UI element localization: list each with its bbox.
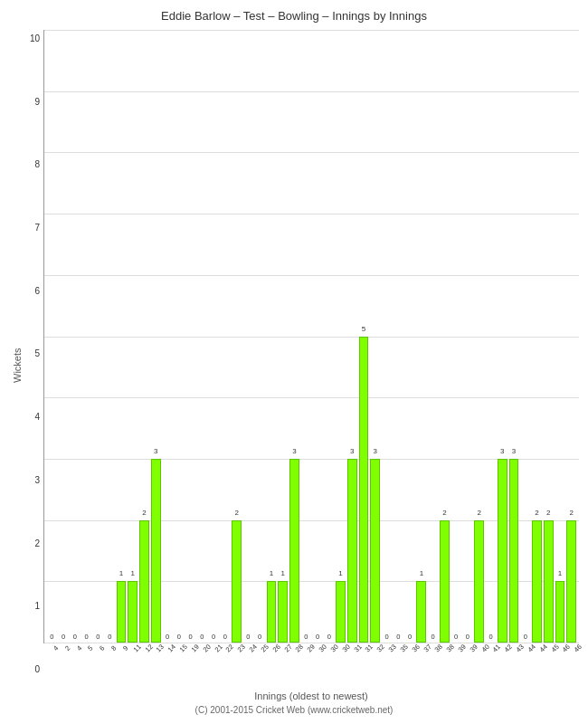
bar-group: 0 <box>450 30 462 643</box>
bar-zero-label: 0 <box>81 633 92 641</box>
bar: 2 <box>544 520 554 643</box>
bar-group: 0 <box>173 30 185 643</box>
bar-value-label: 3 <box>290 447 299 455</box>
bars-container: 0000001123000000200113000135300010200203… <box>44 30 579 643</box>
plot-area: 0000001123000000200113000135300010200203… <box>43 30 579 701</box>
chart-title: Eddie Barlow – Test – Bowling – Innings … <box>161 9 427 23</box>
grid-and-bars: 0000001123000000200113000135300010200203… <box>43 30 579 643</box>
bar-value-label: 2 <box>567 509 575 517</box>
y-axis: 109876543210 <box>25 30 43 701</box>
bar-group: 0 <box>427 30 439 643</box>
bar-group: 1 <box>277 30 289 643</box>
bar-value-label: 2 <box>140 509 148 517</box>
bar-group: 1 <box>335 30 346 643</box>
bar: 3 <box>151 459 161 643</box>
y-tick: 2 <box>34 538 40 548</box>
bar-group: 2 <box>439 30 450 643</box>
bar-group: 2 <box>543 30 555 643</box>
bar-group: 1 <box>116 30 128 643</box>
y-tick: 6 <box>34 286 40 296</box>
bar-value-label: 1 <box>337 569 345 577</box>
bar: 3 <box>370 459 380 643</box>
y-tick: 10 <box>30 33 40 43</box>
bar: 5 <box>359 337 369 643</box>
bar-group: 0 <box>393 30 404 643</box>
bar: 1 <box>416 581 426 643</box>
bar-group: 0 <box>196 30 208 643</box>
bar-value-label: 3 <box>152 447 160 455</box>
y-axis-label: Wickets <box>9 30 25 701</box>
bar: 1 <box>117 581 127 643</box>
bar-value-label: 1 <box>417 569 425 577</box>
bar-group: 0 <box>81 30 92 643</box>
bar-value-label: 1 <box>279 569 287 577</box>
bar-group: 3 <box>497 30 508 643</box>
bar: 2 <box>566 520 576 643</box>
bar: 1 <box>336 581 346 643</box>
bar-value-label: 1 <box>118 569 126 577</box>
bar: 2 <box>440 520 450 643</box>
bar: 1 <box>128 581 138 643</box>
y-tick: 5 <box>34 348 40 358</box>
bar-group: 3 <box>289 30 300 643</box>
bar-group: 1 <box>127 30 138 643</box>
bar-group: 0 <box>185 30 196 643</box>
bar-group: 0 <box>46 30 58 643</box>
x-axis-title: Innings (oldest to newest) <box>43 691 579 701</box>
bar-group: 2 <box>473 30 485 643</box>
bar-value-label: 3 <box>498 447 507 455</box>
bar: 2 <box>139 520 149 643</box>
y-tick: 0 <box>34 664 40 674</box>
bar-group: 0 <box>162 30 174 643</box>
bar: 2 <box>532 520 542 643</box>
chart-container: Eddie Barlow – Test – Bowling – Innings … <box>0 0 588 724</box>
bar-group: 3 <box>150 30 162 643</box>
bar-group: 2 <box>531 30 543 643</box>
bar-value-label: 1 <box>128 569 137 577</box>
bar-value-label: 2 <box>232 509 241 517</box>
bar-group: 0 <box>462 30 474 643</box>
bar-group: 0 <box>519 30 531 643</box>
bar-group: 0 <box>404 30 416 643</box>
bar-value-label: 2 <box>545 509 553 517</box>
bar-group: 1 <box>555 30 566 643</box>
bar-value-label: 2 <box>533 509 541 517</box>
bar-group: 0 <box>254 30 266 643</box>
bar-group: 0 <box>312 30 324 643</box>
bar: 3 <box>509 459 519 643</box>
bar-group: 2 <box>565 30 577 643</box>
bar-value-label: 5 <box>360 325 368 333</box>
bar-group: 0 <box>300 30 312 643</box>
bar-group: 0 <box>323 30 335 643</box>
bar-group: 3 <box>369 30 381 643</box>
y-tick: 4 <box>34 412 40 422</box>
bar: 3 <box>289 459 299 643</box>
bar-group: 0 <box>58 30 70 643</box>
bar: 1 <box>267 581 277 643</box>
y-tick: 8 <box>34 159 40 169</box>
footer: (C) 2001-2015 Cricket Web (www.cricketwe… <box>195 705 394 715</box>
bar-group: 3 <box>508 30 520 643</box>
bar-group: 0 <box>92 30 104 643</box>
y-tick: 9 <box>34 97 40 107</box>
bar-group: 2 <box>138 30 150 643</box>
bar-group: 0 <box>219 30 231 643</box>
bar-value-label: 1 <box>268 569 276 577</box>
bar-value-label: 2 <box>441 509 449 517</box>
bar: 1 <box>278 581 288 643</box>
bar-group: 0 <box>381 30 393 643</box>
bar-value-label: 3 <box>510 447 518 455</box>
bar-value-label: 2 <box>475 509 483 517</box>
bar: 3 <box>498 459 507 643</box>
bar: 2 <box>474 520 484 643</box>
y-tick: 1 <box>34 601 40 611</box>
bar-group: 0 <box>70 30 81 643</box>
bar: 2 <box>232 520 242 643</box>
y-tick: 7 <box>34 223 40 233</box>
bar-value-label: 1 <box>556 569 564 577</box>
bar-value-label: 3 <box>348 447 356 455</box>
bar-group: 2 <box>231 30 242 643</box>
bar-group: 3 <box>346 30 358 643</box>
bar: 3 <box>347 459 357 643</box>
bar-group: 0 <box>485 30 497 643</box>
